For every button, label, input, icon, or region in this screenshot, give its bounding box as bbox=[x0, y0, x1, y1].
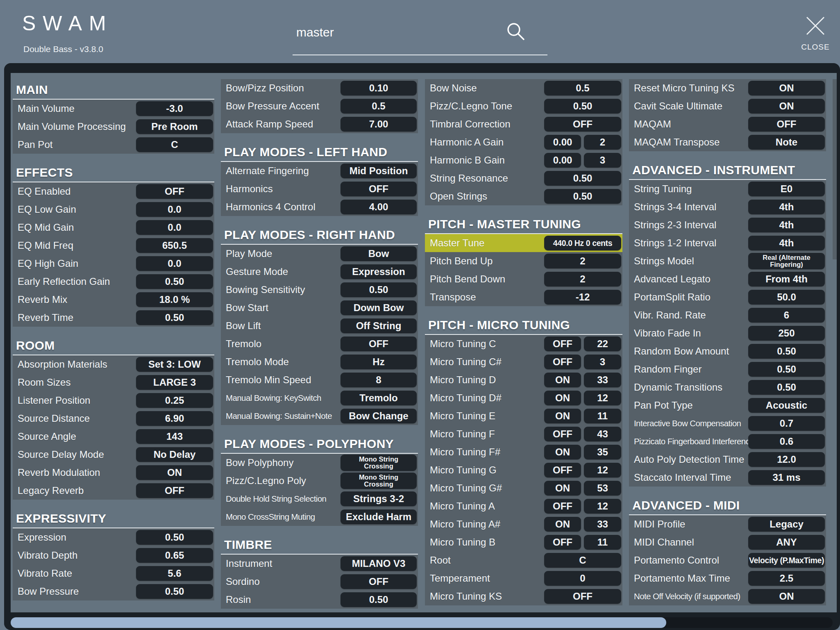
setting-value[interactable]: -12 bbox=[544, 290, 621, 305]
setting-value[interactable]: 0 bbox=[544, 571, 621, 586]
setting-value[interactable]: OFF bbox=[544, 427, 581, 441]
setting-value[interactable]: 0.65 bbox=[136, 548, 213, 563]
setting-value[interactable]: 0.50 bbox=[544, 171, 621, 186]
setting-value[interactable]: 0.50 bbox=[341, 282, 417, 297]
setting-value[interactable]: 0.50 bbox=[136, 310, 213, 325]
setting-value-secondary[interactable]: 53 bbox=[584, 481, 621, 496]
horizontal-scrollbar-thumb[interactable] bbox=[11, 617, 666, 628]
setting-value[interactable]: 0.50 bbox=[544, 189, 621, 204]
setting-value[interactable]: OFF bbox=[341, 574, 417, 589]
setting-value[interactable]: 0.25 bbox=[136, 393, 213, 408]
setting-value-secondary[interactable]: 12 bbox=[584, 391, 621, 405]
setting-value[interactable]: 4th bbox=[748, 218, 825, 232]
setting-value[interactable]: 6 bbox=[748, 308, 825, 323]
setting-value[interactable]: 0.00 bbox=[544, 153, 581, 168]
setting-value[interactable]: Bow Change bbox=[341, 409, 417, 423]
setting-value[interactable]: 0.6 bbox=[748, 434, 825, 449]
setting-value[interactable]: Tremolo bbox=[341, 391, 417, 405]
setting-value[interactable]: 2 bbox=[544, 254, 621, 268]
horizontal-scrollbar-track[interactable] bbox=[11, 617, 833, 628]
setting-value[interactable]: 0.50 bbox=[748, 344, 825, 359]
setting-value[interactable]: ON bbox=[544, 373, 581, 387]
setting-value[interactable]: Pre Room bbox=[136, 119, 213, 134]
setting-value[interactable]: 18.0 % bbox=[136, 292, 213, 307]
setting-value[interactable]: Mono String Crossing bbox=[341, 455, 417, 471]
setting-value[interactable]: 7.00 bbox=[341, 117, 417, 132]
setting-value[interactable]: Hz bbox=[341, 355, 417, 369]
setting-value[interactable]: 12.0 bbox=[748, 452, 825, 467]
setting-value-secondary[interactable]: 11 bbox=[584, 409, 621, 423]
setting-value[interactable]: OFF bbox=[544, 355, 581, 369]
setting-value[interactable]: 440.0 Hz 0 cents bbox=[544, 236, 621, 250]
setting-value-secondary[interactable]: 43 bbox=[584, 427, 621, 441]
setting-value[interactable]: OFF bbox=[341, 182, 417, 196]
setting-value[interactable]: 0.50 bbox=[136, 530, 213, 545]
setting-value[interactable]: -3.0 bbox=[136, 101, 213, 116]
setting-value[interactable]: ON bbox=[748, 589, 825, 604]
setting-value-secondary[interactable]: 33 bbox=[584, 517, 621, 532]
setting-value[interactable]: 0.0 bbox=[136, 202, 213, 217]
setting-value[interactable]: ON bbox=[544, 445, 581, 459]
setting-value[interactable]: 0.5 bbox=[341, 99, 417, 114]
setting-value[interactable]: Off String bbox=[341, 318, 417, 333]
setting-value-secondary[interactable]: 33 bbox=[584, 373, 621, 387]
setting-value[interactable]: OFF bbox=[544, 463, 581, 478]
setting-value-secondary[interactable]: 12 bbox=[584, 499, 621, 514]
setting-value-secondary[interactable]: 22 bbox=[584, 337, 621, 351]
setting-value[interactable]: 2 bbox=[544, 272, 621, 287]
setting-value[interactable]: 143 bbox=[136, 429, 213, 444]
setting-value[interactable]: LARGE 3 bbox=[136, 375, 213, 390]
setting-value[interactable]: Note bbox=[748, 135, 825, 150]
setting-value-secondary[interactable]: 2 bbox=[584, 135, 621, 150]
setting-value[interactable]: 8 bbox=[341, 373, 417, 387]
setting-value[interactable]: Exclude Harm bbox=[341, 509, 417, 524]
setting-value-secondary[interactable]: 12 bbox=[584, 463, 621, 478]
setting-value[interactable]: OFF bbox=[544, 117, 621, 132]
setting-value[interactable]: ON bbox=[544, 409, 581, 423]
setting-value[interactable]: 0.10 bbox=[341, 81, 417, 96]
setting-value[interactable]: No Delay bbox=[136, 447, 213, 462]
setting-value[interactable]: Velocity (P.MaxTime) bbox=[748, 553, 825, 568]
setting-value[interactable]: 0.50 bbox=[341, 592, 417, 607]
setting-value[interactable]: 250 bbox=[748, 326, 825, 341]
setting-value[interactable]: Strings 3-2 bbox=[341, 491, 417, 506]
setting-value[interactable]: ON bbox=[544, 481, 581, 496]
setting-value[interactable]: E0 bbox=[748, 182, 825, 196]
setting-value[interactable]: ON bbox=[544, 517, 581, 532]
setting-value-secondary[interactable]: 11 bbox=[584, 535, 621, 550]
setting-value[interactable]: From 4th bbox=[748, 272, 825, 287]
setting-value[interactable]: Mono String Crossing bbox=[341, 473, 417, 489]
setting-value[interactable]: OFF bbox=[544, 535, 581, 550]
setting-value[interactable]: 31 ms bbox=[748, 470, 825, 485]
setting-value[interactable]: 50.0 bbox=[748, 290, 825, 305]
close-button[interactable]: CLOSE bbox=[797, 16, 834, 52]
setting-value[interactable]: Real (Alternate Fingering) bbox=[748, 253, 825, 269]
setting-value[interactable]: Bow bbox=[341, 246, 417, 261]
setting-value[interactable]: 4th bbox=[748, 236, 825, 250]
setting-value[interactable]: 0.50 bbox=[544, 99, 621, 114]
setting-value[interactable]: Expression bbox=[341, 264, 417, 279]
setting-value[interactable]: 0.00 bbox=[544, 135, 581, 150]
setting-value[interactable]: ON bbox=[748, 81, 825, 96]
search-icon[interactable] bbox=[504, 20, 527, 43]
setting-value[interactable]: Set 3: LOW bbox=[136, 357, 213, 372]
setting-value[interactable]: OFF bbox=[544, 589, 621, 604]
setting-value[interactable]: 2.5 bbox=[748, 571, 825, 586]
setting-value[interactable]: 650.5 bbox=[136, 238, 213, 253]
setting-value[interactable]: OFF bbox=[544, 337, 581, 351]
setting-value[interactable]: 0.7 bbox=[748, 416, 825, 431]
setting-value[interactable]: 0.0 bbox=[136, 256, 213, 271]
setting-value[interactable]: Acoustic bbox=[748, 398, 825, 413]
setting-value[interactable]: 6.90 bbox=[136, 411, 213, 426]
setting-value[interactable]: ON bbox=[136, 465, 213, 480]
setting-value-secondary[interactable]: 3 bbox=[584, 153, 621, 168]
setting-value[interactable]: ON bbox=[748, 99, 825, 114]
setting-value-secondary[interactable]: 3 bbox=[584, 355, 621, 369]
setting-value[interactable]: OFF bbox=[341, 337, 417, 351]
setting-value-secondary[interactable]: 35 bbox=[584, 445, 621, 459]
setting-value[interactable]: Legacy bbox=[748, 517, 825, 532]
setting-value[interactable]: C bbox=[136, 137, 213, 152]
setting-value[interactable]: 0.5 bbox=[544, 81, 621, 96]
setting-value[interactable]: ANY bbox=[748, 535, 825, 550]
setting-value[interactable]: C bbox=[544, 553, 621, 568]
